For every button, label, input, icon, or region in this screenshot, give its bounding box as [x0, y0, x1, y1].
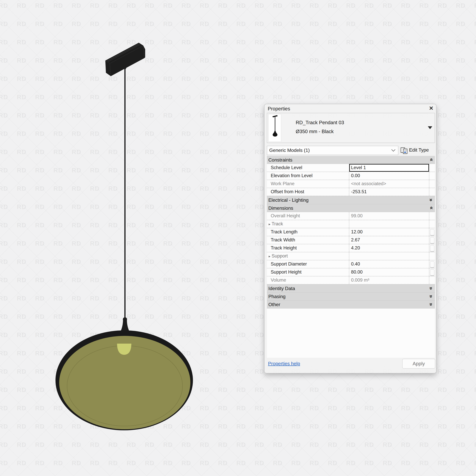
apply-button[interactable]: Apply — [402, 359, 435, 369]
property-label: Support Height — [267, 268, 349, 276]
property-row-offset-from-host: Offset from Host-253.51 — [267, 188, 435, 196]
property-value[interactable]: 80.00 — [349, 268, 429, 276]
property-label: Overall Height — [267, 212, 349, 220]
associate-cell — [429, 244, 435, 252]
section-header-other[interactable]: Other» — [267, 301, 435, 308]
property-row-track: ▸Track — [267, 220, 435, 228]
associate-cell — [429, 172, 435, 180]
property-row-support: ▸Support — [267, 252, 435, 260]
property-label: ▸Support — [267, 252, 349, 260]
properties-help-link[interactable]: Properties help — [268, 361, 300, 366]
close-icon[interactable]: ✕ — [429, 105, 433, 112]
type-dropdown-icon[interactable] — [428, 126, 432, 129]
associate-cell — [429, 212, 435, 220]
property-row-track-width: Track Width2.67 — [267, 236, 435, 244]
property-value[interactable]: 4.20 — [349, 244, 429, 252]
property-value[interactable]: 0.40 — [349, 260, 429, 268]
property-value[interactable]: 2.67 — [349, 236, 429, 244]
property-value[interactable]: Level 1 — [349, 164, 429, 172]
property-value: 0.009 m³ — [349, 276, 429, 284]
properties-panel: Properties ✕ RD_Track Pendant 03 Ø350 mm… — [264, 104, 436, 373]
property-row-schedule-level: Schedule LevelLevel 1 — [267, 164, 435, 172]
property-value — [349, 220, 429, 228]
property-label: Elevation from Level — [267, 172, 349, 180]
section-header-dimensions[interactable]: Dimensions» — [267, 204, 435, 212]
property-row-support-diameter: Support Diameter0.40 — [267, 260, 435, 268]
chevron-down-icon — [391, 148, 395, 152]
revit-canvas: RDRDRDRDRDRDRDRDRDRDRDRDRDRDRDRDRDRDRDRD… — [0, 0, 476, 476]
property-label: Schedule Level — [267, 164, 349, 172]
associate-cell — [429, 236, 435, 244]
section-label: Dimensions — [268, 205, 293, 211]
family-name: RD_Track Pendant 03 — [296, 120, 344, 125]
associate-cell — [429, 180, 435, 188]
expand-icon[interactable]: » — [428, 295, 434, 298]
property-label: Track Length — [267, 228, 349, 236]
section-header-electrical-lighting[interactable]: Electrical - Lighting» — [267, 196, 435, 204]
expand-icon[interactable]: » — [428, 303, 434, 306]
edit-type-label: Edit Type — [409, 147, 429, 153]
associate-parameter-button[interactable] — [430, 261, 434, 268]
section-header-constraints[interactable]: Constraints» — [267, 156, 435, 164]
property-label: Track Height — [267, 244, 349, 252]
property-value[interactable]: 0.00 — [349, 172, 429, 180]
panel-title: Properties — [268, 106, 290, 112]
associate-cell — [429, 252, 435, 260]
category-select[interactable]: Generic Models (1) — [267, 146, 398, 155]
expand-icon[interactable]: » — [428, 287, 434, 290]
group-arrow-icon: ▸ — [269, 221, 271, 228]
associate-cell — [429, 260, 435, 268]
associate-cell — [429, 220, 435, 228]
property-row-elevation-from-level: Elevation from Level0.00 — [267, 172, 435, 180]
type-selector[interactable]: RD_Track Pendant 03 Ø350 mm - Black — [267, 113, 435, 143]
property-label: Track Width — [267, 236, 349, 244]
edit-type-icon — [400, 147, 408, 154]
property-value[interactable]: 12.00 — [349, 228, 429, 236]
section-label: Phasing — [268, 294, 286, 299]
property-value — [349, 252, 429, 260]
section-label: Identity Data — [268, 286, 295, 291]
associate-cell — [429, 228, 435, 236]
property-label: Offset from Host — [267, 188, 349, 196]
group-arrow-icon: ▸ — [269, 253, 271, 260]
property-value: 99.00 — [349, 212, 429, 220]
associate-cell — [429, 268, 435, 276]
properties-grid: Constraints»Schedule LevelLevel 1Elevati… — [267, 156, 435, 358]
property-row-work-plane: Work Plane<not associated> — [267, 180, 435, 188]
pendant-shade — [55, 317, 193, 430]
section-label: Other — [268, 302, 280, 307]
property-label: Volume — [267, 276, 349, 284]
type-thumbnail — [268, 114, 281, 142]
type-name: Ø350 mm - Black — [296, 129, 334, 134]
property-row-volume: Volume0.009 m³ — [267, 276, 435, 284]
associate-parameter-button[interactable] — [430, 229, 434, 235]
category-select-value: Generic Models (1) — [269, 148, 310, 153]
section-header-phasing[interactable]: Phasing» — [267, 292, 435, 301]
collapse-icon[interactable]: » — [428, 158, 434, 161]
property-label: Work Plane — [267, 180, 349, 188]
associate-parameter-button[interactable] — [430, 245, 434, 251]
property-label: ▸Track — [267, 220, 349, 228]
property-row-support-height: Support Height80.00 — [267, 268, 435, 276]
property-row-overall-height: Overall Height99.00 — [267, 212, 435, 220]
associate-parameter-button[interactable] — [430, 269, 434, 275]
associate-parameter-button[interactable] — [430, 237, 434, 243]
property-row-track-length: Track Length12.00 — [267, 228, 435, 236]
property-label: Support Diameter — [267, 260, 349, 268]
section-header-identity-data[interactable]: Identity Data» — [267, 284, 435, 292]
edit-type-button[interactable]: Edit Type — [400, 146, 436, 155]
associate-cell — [429, 276, 435, 284]
collapse-icon[interactable]: » — [428, 206, 434, 209]
property-value: <not associated> — [349, 180, 429, 188]
section-label: Constraints — [268, 157, 292, 163]
property-value[interactable]: -253.51 — [349, 188, 429, 196]
associate-cell — [429, 188, 435, 196]
section-label: Electrical - Lighting — [268, 197, 308, 203]
property-row-track-height: Track Height4.20 — [267, 244, 435, 252]
expand-icon[interactable]: » — [428, 198, 434, 201]
associate-cell — [429, 164, 435, 172]
